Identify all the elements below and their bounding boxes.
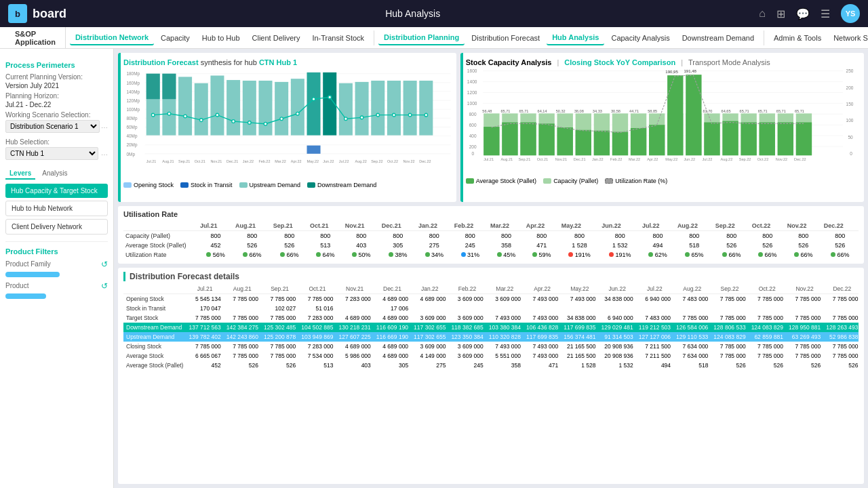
svg-text:0Mp: 0Mp (127, 152, 136, 157)
row-opening-stock: Opening Stock 5 545 1347 785 0007 785 00… (123, 294, 859, 304)
util-row-capacity: Capacity (Pallet) 800800800800800800 800… (123, 231, 859, 241)
svg-rect-120 (520, 123, 536, 156)
svg-rect-132 (741, 123, 756, 156)
svg-text:250: 250 (846, 68, 853, 73)
svg-text:50,32: 50,32 (555, 109, 565, 113)
svg-rect-129 (686, 75, 701, 155)
nav-distribution-forecast[interactable]: Distribution Forecast (466, 31, 545, 45)
svg-rect-40 (307, 146, 321, 154)
svg-point-41 (151, 113, 155, 117)
svg-text:65,71: 65,71 (757, 109, 767, 113)
logo-letter: b (15, 9, 20, 19)
working-scenario-select[interactable]: Distribution Scenario 1 (5, 120, 100, 133)
logo-box: b (8, 4, 27, 23)
svg-text:61,70: 61,70 (703, 109, 712, 113)
stock-tab-closing[interactable]: Closing Stock YoY Comparison (564, 58, 675, 66)
chat-icon[interactable]: 💬 (796, 7, 810, 20)
tab-analysis[interactable]: Analysis (38, 168, 71, 180)
tab-levers[interactable]: Levers (5, 168, 35, 180)
svg-text:Oct.22: Oct.22 (387, 159, 398, 163)
menu-icon[interactable]: ☰ (821, 7, 830, 20)
planning-horizon-label: Planning Horizon: (5, 92, 108, 100)
product-refresh[interactable]: ↺ (101, 281, 108, 291)
svg-text:140Mp: 140Mp (127, 89, 140, 95)
current-planning-value: Version July 2021 (5, 82, 108, 89)
util-row-avg-stock: Average Stock (Pallet) 45252652651340330… (123, 241, 859, 250)
svg-point-56 (393, 113, 396, 117)
svg-text:Jan.22: Jan.22 (243, 159, 254, 163)
svg-text:Jun.22: Jun.22 (323, 159, 334, 163)
distribution-forecast-chart: 180Mp 160Mp 140Mp 120Mp 100Mp 80Mp 60Mp … (123, 70, 451, 179)
svg-text:Mar.22: Mar.22 (275, 159, 286, 163)
svg-rect-122 (557, 127, 572, 155)
nav-distribution-planning[interactable]: Distribution Planning (378, 30, 465, 45)
product-row: Product ↺ (5, 281, 108, 291)
svg-text:191,48: 191,48 (684, 68, 696, 73)
product-family-refresh[interactable]: ↺ (101, 260, 108, 269)
svg-text:800: 800 (469, 112, 476, 117)
btn-hub-capacity[interactable]: Hub Capacity & Target Stock (5, 184, 108, 198)
svg-text:Oct.22: Oct.22 (757, 157, 769, 161)
svg-rect-130 (704, 123, 719, 156)
legend-stock-transit: Stock in Transit (180, 182, 233, 188)
svg-text:Apr.22: Apr.22 (291, 159, 302, 163)
svg-text:600: 600 (469, 123, 476, 127)
nav-distribution-network[interactable]: Distribution Network (70, 30, 154, 45)
svg-rect-131 (722, 121, 738, 156)
hub-selection-menu[interactable]: ⋯ (101, 151, 108, 159)
svg-point-58 (425, 113, 428, 117)
svg-text:56,48: 56,48 (482, 109, 492, 113)
svg-text:120Mp: 120Mp (127, 98, 140, 104)
svg-point-48 (264, 122, 267, 125)
svg-rect-38 (146, 74, 160, 100)
svg-rect-33 (355, 82, 369, 136)
btn-hub-network[interactable]: Hub to Hub Network (5, 201, 108, 216)
svg-text:64,65: 64,65 (721, 109, 730, 113)
working-scenario-menu[interactable]: ⋯ (101, 124, 108, 131)
product-family-label: Product Family (5, 260, 51, 268)
svg-rect-26 (243, 81, 256, 136)
btn-client-delivery[interactable]: Client Delivery Network (5, 219, 108, 235)
svg-point-43 (184, 115, 187, 118)
product-label: Product (5, 282, 28, 289)
svg-text:65,71: 65,71 (739, 109, 749, 113)
svg-rect-123 (575, 130, 591, 156)
home-icon[interactable]: ⌂ (759, 7, 766, 20)
nav-in-transit-stock[interactable]: In-Transit Stock (307, 31, 370, 45)
user-avatar[interactable]: YS (841, 4, 860, 23)
svg-text:0: 0 (850, 151, 852, 156)
svg-text:1400: 1400 (467, 79, 477, 84)
svg-text:Oct.21: Oct.21 (536, 157, 548, 161)
nav-capacity-analysis[interactable]: Capacity Analysis (606, 31, 675, 45)
content-area: Distribution Forecast synthesis for hub … (114, 49, 868, 488)
nav-capacity[interactable]: Capacity (155, 31, 195, 45)
svg-point-47 (248, 121, 252, 125)
nav-downstream-demand[interactable]: Downstream Demand (677, 31, 760, 45)
nav-network-standards[interactable]: Network Standards (828, 31, 868, 45)
nav-client-delivery[interactable]: Client Delivery (247, 31, 306, 45)
grid-icon[interactable]: ⊞ (776, 7, 785, 20)
svg-point-54 (360, 116, 363, 119)
svg-text:1600: 1600 (467, 68, 477, 73)
forecast-details-panel: Distribution Forecast details Jul.21Aug.… (118, 268, 864, 484)
nav-admin-tools[interactable]: Admin & Tools (768, 31, 827, 45)
svg-rect-36 (403, 81, 417, 136)
row-avg-stock-pallet: Average Stock (Pallet) 45252652651340330… (123, 361, 859, 370)
sidebar-tabs: Levers Analysis (5, 168, 108, 180)
working-scenario-label: Working Scenario Selection: (5, 111, 108, 119)
brand-name: board (33, 7, 66, 21)
hub-selection-select[interactable]: CTN Hub 1 (5, 147, 98, 160)
svg-rect-119 (502, 123, 517, 156)
legend-avg-stock: Average Stock (Pallet) (466, 178, 536, 184)
nav-hub-analysis[interactable]: Hub Analysis (547, 30, 604, 45)
stock-legend: Average Stock (Pallet) Capacity (Pallet)… (466, 178, 859, 184)
nav-hub-to-hub[interactable]: Hub to Hub (197, 31, 245, 45)
main-layout: Process Perimeters Current Planning Vers… (0, 49, 868, 488)
svg-rect-32 (339, 83, 353, 136)
svg-point-45 (216, 113, 219, 117)
svg-text:Jan.22: Jan.22 (592, 157, 604, 161)
svg-text:Dec.21: Dec.21 (226, 159, 238, 163)
svg-text:400: 400 (469, 134, 476, 138)
stock-tab-transport[interactable]: Transport Mode Analysis (688, 58, 770, 66)
svg-text:Apr.22: Apr.22 (647, 157, 658, 161)
